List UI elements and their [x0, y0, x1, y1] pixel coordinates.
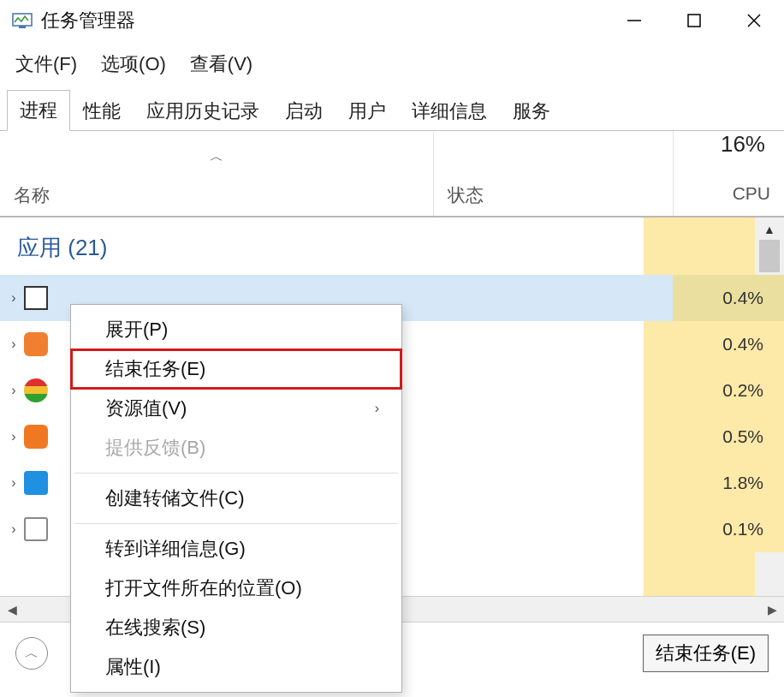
column-cpu[interactable]: CPU [673, 175, 784, 216]
ctx-separator [74, 473, 398, 474]
tab-bar: 进程 性能 应用历史记录 启动 用户 详细信息 服务 [0, 89, 784, 131]
ctx-resource-values[interactable]: 资源值(V) › [71, 389, 401, 428]
expand-chevron-icon[interactable]: › [0, 290, 19, 306]
cpu-cell: 1.8% [673, 460, 784, 506]
ctx-properties[interactable]: 属性(I) [71, 647, 401, 687]
expand-chevron-icon[interactable]: › [0, 475, 19, 491]
column-headers: 名称 状态 CPU [0, 175, 784, 217]
app-icon [24, 332, 48, 356]
cpu-cell: 0.4% [673, 321, 784, 367]
cpu-cell: 0.2% [673, 367, 784, 414]
chevron-up-icon: ︿ [25, 645, 39, 663]
expand-chevron-icon[interactable]: › [0, 429, 19, 444]
menu-bar: 文件(F) 选项(O) 查看(V) [0, 41, 784, 89]
tab-app-history[interactable]: 应用历史记录 [134, 91, 272, 131]
column-name[interactable]: 名称 [0, 175, 433, 216]
tab-services[interactable]: 服务 [500, 91, 563, 131]
scroll-right-icon[interactable]: ▶ [760, 603, 784, 617]
ctx-open-file-location[interactable]: 打开文件所在的位置(O) [71, 569, 401, 608]
tab-performance[interactable]: 性能 [70, 91, 134, 131]
tab-processes[interactable]: 进程 [7, 90, 70, 131]
ctx-go-to-details[interactable]: 转到详细信息(G) [71, 529, 401, 569]
expand-chevron-icon[interactable]: › [0, 383, 19, 398]
app-icon [24, 378, 48, 402]
tab-startup[interactable]: 启动 [272, 91, 336, 131]
app-icon [24, 517, 48, 541]
window-title: 任务管理器 [41, 8, 135, 33]
app-icon [12, 10, 33, 31]
menu-file[interactable]: 文件(F) [15, 51, 77, 77]
maximize-button[interactable] [664, 0, 724, 41]
context-menu: 展开(P) 结束任务(E) 资源值(V) › 提供反馈(B) 创建转储文件(C)… [70, 304, 402, 693]
menu-options[interactable]: 选项(O) [101, 51, 166, 77]
svg-rect-1 [19, 26, 26, 28]
scroll-thumb[interactable] [759, 240, 780, 272]
group-apps-header[interactable]: 应用 (21) [0, 217, 784, 275]
ctx-create-dump[interactable]: 创建转储文件(C) [71, 479, 401, 518]
tab-users[interactable]: 用户 [336, 91, 399, 131]
fewer-details-button[interactable]: ︿ [15, 637, 48, 670]
end-task-button[interactable]: 结束任务(E) [643, 634, 769, 672]
scroll-up-icon[interactable]: ▲ [763, 217, 775, 236]
cpu-cell: 0.5% [673, 414, 784, 460]
column-status[interactable]: 状态 [433, 175, 673, 216]
column-header-sort-caret: ︿ 16% [0, 131, 784, 175]
ctx-search-online[interactable]: 在线搜索(S) [71, 608, 401, 647]
tab-details[interactable]: 详细信息 [399, 91, 500, 131]
close-button[interactable] [724, 0, 784, 41]
ctx-end-task[interactable]: 结束任务(E) [71, 349, 401, 389]
app-icon [24, 425, 48, 449]
cpu-cell: 0.4% [673, 275, 784, 321]
cpu-cell: 0.1% [673, 506, 784, 552]
cpu-total-header: 16% [673, 131, 784, 175]
menu-view[interactable]: 查看(V) [190, 51, 252, 77]
sort-caret-icon[interactable]: ︿ [14, 140, 419, 166]
app-icon [24, 471, 48, 495]
svg-rect-3 [688, 15, 700, 27]
ctx-separator [74, 523, 398, 524]
ctx-resource-values-label: 资源值(V) [105, 396, 187, 421]
expand-chevron-icon[interactable]: › [0, 521, 19, 537]
app-icon [24, 286, 48, 310]
title-bar: 任务管理器 [0, 0, 784, 41]
ctx-expand[interactable]: 展开(P) [71, 310, 401, 349]
expand-chevron-icon[interactable]: › [0, 337, 19, 352]
scroll-left-icon[interactable]: ◀ [0, 603, 24, 617]
ctx-feedback: 提供反馈(B) [71, 428, 401, 468]
minimize-button[interactable] [604, 0, 664, 41]
submenu-arrow-icon: › [375, 401, 379, 416]
